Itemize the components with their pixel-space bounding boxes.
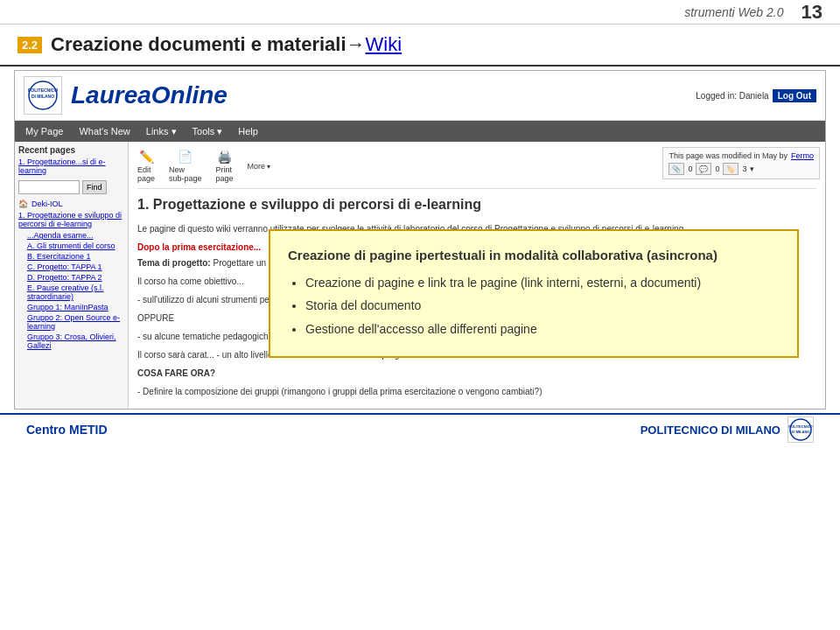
sidebar-sub-a[interactable]: A. Gli strumenti del corso xyxy=(18,242,124,250)
page-title: Creazione documenti e materiali→ xyxy=(51,33,365,56)
footer-left-label: Centro METID xyxy=(26,423,108,437)
modified-text: This page was modified in May by xyxy=(668,151,788,160)
more-label: More xyxy=(248,162,266,171)
tooltip-item-1: Creazione di pagine e link tra le pagine… xyxy=(305,273,780,292)
edit-label: Editpage xyxy=(137,165,155,183)
tooltip-list: Creazione di pagine e link tra le pagine… xyxy=(288,273,780,339)
new-label: Newsub-page xyxy=(169,165,202,183)
wiki-main: ✏️ Editpage 📄 Newsub-page 🖨️ Printpage M… xyxy=(129,142,825,409)
article-title: 1. Progettazione e sviluppo di percorsi … xyxy=(137,194,816,215)
sidebar-sub-g2[interactable]: Gruppo 2: Open Source e-learning xyxy=(18,313,124,331)
find-box: Find xyxy=(18,180,124,194)
svg-text:DI MILANO: DI MILANO xyxy=(32,94,54,99)
footer-polimi-logo: POLITECNICO DI MILANO xyxy=(788,416,814,443)
find-button[interactable]: Find xyxy=(82,180,107,194)
wiki-header: POLITECNICO DI MILANO LaureaOnline Logge… xyxy=(15,71,825,121)
home-icon: 🏠 xyxy=(18,200,28,208)
login-text: Logged in: Daniela xyxy=(696,91,768,101)
tag-count: 3 xyxy=(742,164,746,173)
wiki-link[interactable]: Wiki xyxy=(366,33,402,56)
subtitle: strumenti Web 2.0 xyxy=(684,5,783,19)
sidebar-sub-agenda[interactable]: ...Agenda esame... xyxy=(18,231,124,240)
wiki-sidebar: Recent pages 1. Progettazione...si di e-… xyxy=(15,142,129,409)
tooltip-item-3: Gestione dell'accesso alle differenti pa… xyxy=(305,319,780,339)
more-button[interactable]: More ▾ xyxy=(248,162,271,171)
site-title: LaureaOnline xyxy=(71,81,228,109)
print-icon: 🖨️ xyxy=(217,150,232,164)
svg-text:POLITECNICO: POLITECNICO xyxy=(28,88,58,93)
tag-icon: 🏷️ xyxy=(723,163,738,175)
sidebar-home-label: Deki-IOL xyxy=(32,200,63,208)
footer-polimi-text: POLITECNICO DI MILANO xyxy=(640,424,780,437)
attach-count: 0 xyxy=(688,164,692,173)
sidebar-item-home[interactable]: 🏠 Deki-IOL xyxy=(18,200,124,208)
footer: Centro METID POLITECNICO DI MILANO POLIT… xyxy=(0,413,840,444)
chevron-down-icon[interactable]: ▾ xyxy=(750,164,754,173)
tooltip-overlay: Creazione di pagine ipertestuali in moda… xyxy=(269,229,799,358)
comment-count: 0 xyxy=(715,164,719,173)
wiki-logo-area: POLITECNICO DI MILANO xyxy=(24,76,62,115)
nav-tools[interactable]: Tools ▾ xyxy=(186,122,230,141)
wiki-toolbar: ✏️ Editpage 📄 Newsub-page 🖨️ Printpage M… xyxy=(137,147,816,189)
sidebar-sub-d[interactable]: D. Progetto: TAPPA 2 xyxy=(18,273,124,282)
recent-pages-label: Recent pages xyxy=(18,145,124,155)
nav-whatsnew[interactable]: What's New xyxy=(72,122,136,140)
find-input[interactable] xyxy=(18,180,80,194)
print-label: Printpage xyxy=(216,165,234,183)
title-row: 2.2 Creazione documenti e materiali→ Wik… xyxy=(0,24,840,66)
logout-button[interactable]: Log Out xyxy=(773,89,816,102)
modified-row: This page was modified in May by Fermo xyxy=(668,151,814,160)
sidebar-item-main[interactable]: 1. Progettazione e sviluppo di percorsi … xyxy=(18,211,124,228)
modified-by-link[interactable]: Fermo xyxy=(791,151,814,160)
cosa-label: COSA FARE ORA? xyxy=(137,367,816,380)
wiki-screenshot: POLITECNICO DI MILANO LaureaOnline Logge… xyxy=(14,70,826,410)
slide-number: 13 xyxy=(802,1,822,24)
svg-text:DI MILANO: DI MILANO xyxy=(792,430,810,434)
edit-button[interactable]: ✏️ Editpage xyxy=(137,150,155,183)
comment-icon: 💬 xyxy=(696,163,711,175)
sidebar-sub-g1[interactable]: Gruppo 1: ManiInPasta xyxy=(18,303,124,312)
polimi-logo-img: POLITECNICO DI MILANO xyxy=(24,76,62,115)
counts-row: 📎 0 💬 0 🏷️ 3 ▾ xyxy=(668,163,814,175)
wiki-info-box: This page was modified in May by Fermo 📎… xyxy=(662,147,820,179)
sidebar-sub-c[interactable]: C. Progetto: TAPPA 1 xyxy=(18,262,124,271)
new-icon: 📄 xyxy=(178,150,192,164)
sidebar-sub-e[interactable]: E. Pause creative (s.l. straordinarie) xyxy=(18,284,124,301)
tooltip-header: Creazione di pagine ipertestuali in moda… xyxy=(288,245,780,266)
nav-help[interactable]: Help xyxy=(231,122,265,140)
nav-links[interactable]: Links ▾ xyxy=(139,122,184,141)
cosa-text: - Definire la composizione dei gruppi (r… xyxy=(137,385,816,398)
tooltip-item-2: Storia del documento xyxy=(305,296,780,315)
attach-icon: 📎 xyxy=(668,163,684,175)
sidebar-recent-link[interactable]: 1. Progettazione...si di e-learning xyxy=(18,158,124,175)
wiki-nav: My Page What's New Links ▾ Tools ▾ Help xyxy=(15,121,825,142)
sidebar-sub-b[interactable]: B. Esercitazione 1 xyxy=(18,252,124,261)
sidebar-main-label: 1. Progettazione e sviluppo di percorsi … xyxy=(18,211,124,228)
wiki-body: Recent pages 1. Progettazione...si di e-… xyxy=(15,142,825,409)
sidebar-sub-g3[interactable]: Gruppo 3: Crosa, Olivieri, Gallezi xyxy=(18,332,124,350)
svg-text:POLITECNICO: POLITECNICO xyxy=(788,424,812,429)
top-bar: strumenti Web 2.0 13 xyxy=(0,0,840,24)
footer-right: POLITECNICO DI MILANO POLITECNICO DI MIL… xyxy=(640,416,814,443)
new-subpage-button[interactable]: 📄 Newsub-page xyxy=(169,150,202,183)
edit-icon: ✏️ xyxy=(139,150,154,164)
nav-mypage[interactable]: My Page xyxy=(18,122,70,140)
more-chevron-icon: ▾ xyxy=(267,163,270,171)
section-badge: 2.2 xyxy=(18,37,42,53)
print-button[interactable]: 🖨️ Printpage xyxy=(216,150,234,183)
login-bar: Logged in: Daniela Log Out xyxy=(696,89,816,102)
